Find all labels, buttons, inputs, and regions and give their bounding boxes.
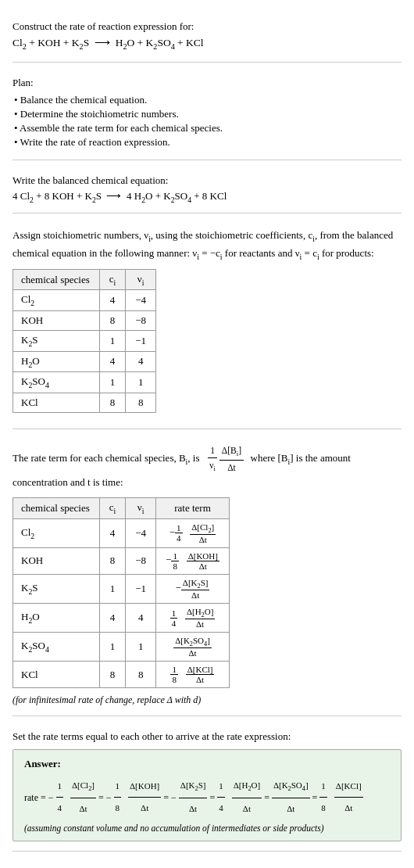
eq1: =: [98, 786, 104, 809]
species-k2so4: K2SO4: [13, 372, 100, 393]
rate-word: rate =: [24, 786, 46, 809]
rate-neg-sign-cl2: −: [48, 786, 54, 809]
rt-species-cl2: Cl2: [13, 518, 100, 547]
rt-term-k2so4: Δ[K2SO4]Δt: [156, 633, 230, 662]
ci-cl2: 4: [99, 290, 126, 311]
stoich-intro: Assign stoichiometric numbers, νi, using…: [12, 228, 402, 262]
ci-k2s: 1: [99, 330, 126, 351]
table-row: KOH 8 −8: [13, 310, 156, 330]
answer-box: Answer: rate = − 14 Δ[Cl2]Δt = − 18 Δ[KO…: [12, 749, 402, 841]
rt-vi-cl2: −4: [126, 518, 156, 547]
plan-step-1: • Balance the chemical equation.: [14, 94, 402, 106]
species-k2s: K2S: [13, 330, 100, 351]
rt-vi-k2s: −1: [126, 574, 156, 603]
stoich-table: chemical species ci νi Cl2 4 −4 KOH 8 −8…: [12, 269, 156, 413]
eq4: =: [264, 786, 269, 809]
table-row: KOH 8 −8 −18 Δ[KOH]Δt: [13, 547, 230, 574]
table-row: H2O 4 4 14 Δ[H2O]Δt: [13, 603, 230, 632]
reaction-equation: Cl2 + KOH + K2S ⟶ H2O + K2SO4 + KCl: [12, 36, 402, 51]
rt-species-h2o: H2O: [13, 603, 100, 632]
table-row: Cl2 4 −4: [13, 290, 156, 311]
vi-kcl: 8: [126, 393, 156, 412]
rate-header-vi: νi: [126, 497, 156, 518]
rate-term-intro: The rate term for each chemical species,…: [12, 443, 402, 491]
eq2: =: [163, 786, 169, 809]
rt-species-k2s: K2S: [13, 574, 100, 603]
rate-term-section: The rate term for each chemical species,…: [12, 436, 402, 717]
balanced-label: Write the balanced chemical equation:: [12, 174, 402, 187]
header-section: Construct the rate of reaction expressio…: [12, 13, 402, 63]
stoich-header-ci: ci: [99, 269, 126, 290]
ci-k2so4: 1: [99, 372, 126, 393]
table-row: K2S 1 −1 −Δ[K2S]Δt: [13, 574, 230, 603]
rt-vi-kcl: 8: [126, 662, 156, 688]
eq3: =: [209, 786, 215, 809]
rt-species-koh: KOH: [13, 547, 100, 574]
stoich-header-species: chemical species: [13, 269, 100, 290]
balanced-section: Write the balanced chemical equation: 4 …: [12, 167, 402, 214]
vi-cl2: −4: [126, 290, 156, 311]
eq5: =: [312, 786, 318, 809]
rt-species-kcl: KCl: [13, 662, 100, 688]
rt-ci-h2o: 4: [99, 603, 126, 632]
table-row: K2SO4 1 1 Δ[K2SO4]Δt: [13, 633, 230, 662]
plan-label: Plan:: [12, 77, 402, 89]
rt-term-k2s: −Δ[K2S]Δt: [156, 574, 230, 603]
rt-term-cl2: −14 Δ[Cl2]Δt: [156, 518, 230, 547]
vi-h2o: 4: [126, 351, 156, 372]
stoich-header-vi: νi: [126, 269, 156, 290]
ci-h2o: 4: [99, 351, 126, 372]
plan-step-2: • Determine the stoichiometric numbers.: [14, 108, 402, 120]
rt-vi-h2o: 4: [126, 603, 156, 632]
rate-header-ci: ci: [99, 497, 126, 518]
rate-header-term: rate term: [156, 497, 230, 518]
rate-neg-sign-k2s: −: [171, 786, 177, 809]
rt-species-k2so4: K2SO4: [13, 633, 100, 662]
rate-header-species: chemical species: [13, 497, 100, 518]
answer-label: Answer:: [24, 758, 390, 770]
answer-rate-expression: rate = − 14 Δ[Cl2]Δt = − 18 Δ[KOH]Δt = −…: [24, 775, 390, 820]
ci-kcl: 8: [99, 393, 126, 412]
stoich-section: Assign stoichiometric numbers, νi, using…: [12, 220, 402, 429]
rt-term-h2o: 14 Δ[H2O]Δt: [156, 603, 230, 632]
table-row: K2S 1 −1: [13, 330, 156, 351]
rt-ci-koh: 8: [99, 547, 126, 574]
rt-ci-kcl: 8: [99, 662, 126, 688]
table-row: Cl2 4 −4 −14 Δ[Cl2]Δt: [13, 518, 230, 547]
rt-vi-k2so4: 1: [126, 633, 156, 662]
species-kcl: KCl: [13, 393, 100, 412]
rt-vi-koh: −8: [126, 547, 156, 574]
vi-k2s: −1: [126, 330, 156, 351]
rt-term-kcl: 18 Δ[KCl]Δt: [156, 662, 230, 688]
rate-delta: Δ[Bi] Δt: [219, 443, 244, 475]
set-rate-label: Set the rate terms equal to each other t…: [12, 730, 402, 743]
table-row: H2O 4 4: [13, 351, 156, 372]
rate-note: (for infinitesimal rate of change, repla…: [12, 694, 402, 706]
answer-section: Set the rate terms equal to each other t…: [12, 723, 402, 851]
answer-note: (assuming constant volume and no accumul…: [24, 823, 390, 833]
rate-table: chemical species ci νi rate term Cl2 4 −…: [12, 497, 230, 688]
species-cl2: Cl2: [13, 290, 100, 311]
vi-koh: −8: [126, 310, 156, 330]
table-row: KCl 8 8: [13, 393, 156, 412]
species-koh: KOH: [13, 310, 100, 330]
plan-steps: • Balance the chemical equation. • Deter…: [12, 94, 402, 149]
vi-k2so4: 1: [126, 372, 156, 393]
ci-koh: 8: [99, 310, 126, 330]
plan-step-3: • Assemble the rate term for each chemic…: [14, 122, 402, 135]
rate-formula: 1 νi: [207, 443, 218, 475]
rt-ci-cl2: 4: [99, 518, 126, 547]
rt-ci-k2s: 1: [99, 574, 126, 603]
balanced-equation: 4 Cl2 + 8 KOH + K2S ⟶ 4 H2O + K2SO4 + 8 …: [12, 190, 402, 204]
species-h2o: H2O: [13, 351, 100, 372]
construct-label: Construct the rate of reaction expressio…: [12, 20, 402, 33]
rate-neg-sign-koh: −: [106, 786, 112, 809]
table-row: K2SO4 1 1: [13, 372, 156, 393]
plan-step-4: • Write the rate of reaction expression.: [14, 136, 402, 149]
table-row: KCl 8 8 18 Δ[KCl]Δt: [13, 662, 230, 688]
rt-ci-k2so4: 1: [99, 633, 126, 662]
plan-section: Plan: • Balance the chemical equation. •…: [12, 69, 402, 160]
rt-term-koh: −18 Δ[KOH]Δt: [156, 547, 230, 574]
